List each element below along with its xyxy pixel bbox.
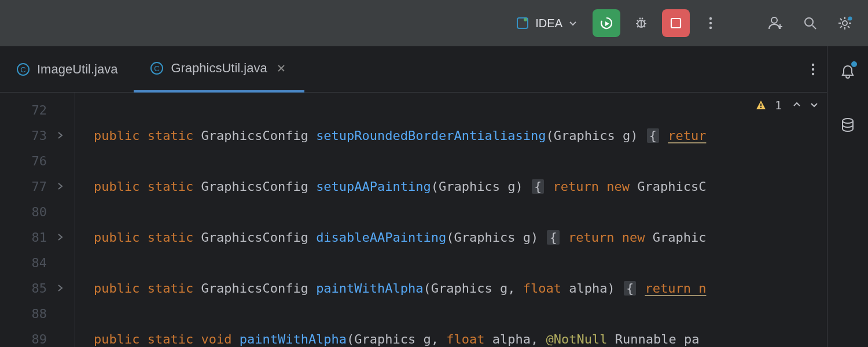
database-icon — [840, 117, 856, 133]
run-restart-icon — [599, 16, 614, 31]
notifications-button[interactable] — [836, 60, 859, 83]
svg-rect-33 — [760, 107, 762, 108]
chevron-right-icon — [56, 131, 64, 139]
settings-button[interactable] — [831, 9, 859, 37]
more-actions-button[interactable] — [697, 9, 724, 37]
code-line[interactable]: public static void paintWithAlpha(Graphi… — [94, 326, 827, 347]
svg-point-19 — [805, 18, 813, 26]
code-line[interactable] — [94, 250, 827, 275]
stop-icon — [670, 17, 682, 29]
line-number: 81 — [32, 230, 47, 245]
kebab-icon — [709, 16, 712, 30]
svg-point-13 — [709, 17, 712, 20]
problems-widget[interactable]: 1 — [755, 98, 819, 112]
search-icon — [803, 16, 818, 31]
gutter-line: 76 — [0, 148, 75, 174]
svg-point-31 — [812, 72, 814, 75]
svg-point-15 — [709, 27, 712, 29]
line-number: 89 — [32, 332, 47, 346]
run-button[interactable] — [593, 9, 620, 37]
person-add-icon — [767, 15, 784, 31]
svg-point-30 — [812, 68, 814, 70]
svg-point-22 — [848, 17, 852, 21]
svg-line-9 — [644, 26, 645, 27]
next-problem-button[interactable] — [810, 98, 819, 112]
gutter: 72737677808184858889 — [0, 93, 75, 347]
warning-icon — [755, 99, 767, 111]
fold-toggle[interactable] — [55, 283, 65, 293]
fold-toggle[interactable] — [55, 232, 65, 242]
chevron-down-icon — [810, 100, 819, 109]
code-editor[interactable]: 72737677808184858889 1 public static Gra… — [0, 93, 827, 347]
line-number: 85 — [32, 281, 47, 296]
main-area: C ImageUtil.java C GraphicsUtil.java 727… — [0, 46, 868, 347]
run-configuration-selector[interactable]: IDEA — [507, 13, 586, 34]
svg-line-7 — [644, 20, 645, 21]
tab-label: ImageUtil.java — [37, 62, 117, 77]
app-icon — [516, 16, 529, 30]
editor-area: C ImageUtil.java C GraphicsUtil.java 727… — [0, 46, 827, 347]
chevron-down-icon — [568, 19, 578, 28]
fold-toggle[interactable] — [55, 181, 65, 191]
gutter-line: 81 — [0, 224, 75, 250]
code-line[interactable] — [94, 199, 827, 224]
gutter-line: 73 — [0, 123, 75, 148]
svg-text:C: C — [20, 65, 25, 74]
tab-close-button[interactable] — [274, 61, 288, 75]
run-config-label: IDEA — [535, 17, 562, 30]
line-number: 73 — [32, 128, 47, 143]
svg-rect-32 — [760, 104, 762, 106]
line-number: 77 — [32, 179, 47, 194]
gutter-line: 85 — [0, 275, 75, 301]
editor-tabbar: C ImageUtil.java C GraphicsUtil.java — [0, 46, 827, 93]
svg-line-8 — [637, 26, 638, 27]
gutter-line: 88 — [0, 301, 75, 326]
search-everywhere-button[interactable] — [796, 9, 824, 37]
code-line[interactable] — [94, 301, 827, 326]
titlebar: IDEA — [0, 0, 868, 46]
svg-point-16 — [771, 17, 777, 23]
svg-point-1 — [524, 18, 527, 21]
gear-icon — [837, 15, 853, 31]
chevron-up-icon — [792, 100, 801, 109]
line-number: 80 — [32, 205, 47, 219]
chevron-right-icon — [56, 284, 64, 292]
prev-problem-button[interactable] — [792, 98, 801, 112]
code-with-me-button[interactable] — [762, 9, 789, 37]
code-viewport[interactable]: 1 public static GraphicsConfig setupRoun… — [75, 93, 827, 347]
fold-toggle[interactable] — [55, 130, 65, 141]
svg-point-11 — [642, 18, 643, 20]
svg-point-10 — [639, 18, 641, 20]
gutter-line: 89 — [0, 326, 75, 347]
code-line[interactable]: public static GraphicsConfig setupAAPain… — [94, 174, 827, 199]
warning-count: 1 — [775, 98, 782, 112]
gutter-line: 72 — [0, 97, 75, 123]
code-line[interactable]: public static GraphicsConfig setupRounde… — [94, 123, 827, 148]
line-number: 88 — [32, 307, 47, 321]
gutter-line: 80 — [0, 199, 75, 224]
database-tool-button[interactable] — [836, 113, 859, 136]
notification-dot — [851, 61, 857, 67]
close-icon — [277, 64, 285, 72]
gutter-line: 84 — [0, 250, 75, 275]
svg-point-34 — [843, 119, 853, 123]
code-line[interactable] — [94, 148, 827, 174]
java-class-icon: C — [150, 61, 164, 75]
chevron-right-icon — [56, 182, 64, 190]
code-line[interactable]: public static GraphicsConfig paintWithAl… — [94, 275, 827, 301]
svg-point-14 — [709, 22, 712, 24]
code-line[interactable] — [94, 97, 827, 123]
java-class-icon: C — [16, 62, 30, 76]
stop-button[interactable] — [662, 9, 690, 37]
svg-point-29 — [812, 63, 814, 65]
tab-imageutil[interactable]: C ImageUtil.java — [0, 46, 134, 92]
code-line[interactable]: public static GraphicsConfig disableAAPa… — [94, 224, 827, 250]
svg-line-20 — [812, 25, 816, 29]
debug-button[interactable] — [627, 9, 655, 37]
svg-line-6 — [637, 20, 638, 21]
tab-label: GraphicsUtil.java — [171, 61, 267, 76]
tab-graphicsutil[interactable]: C GraphicsUtil.java — [134, 46, 304, 93]
tab-more-button[interactable] — [799, 46, 827, 92]
right-tool-rail — [827, 46, 868, 347]
svg-rect-12 — [671, 19, 681, 28]
